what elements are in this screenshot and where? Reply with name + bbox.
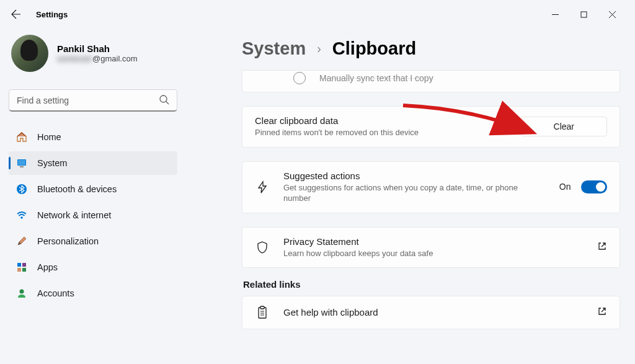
sidebar-item-system[interactable]: System <box>9 151 177 175</box>
accounts-icon <box>16 288 27 299</box>
svg-point-4 <box>160 95 167 102</box>
sync-option-card: Manually sync text that I copy <box>242 70 620 92</box>
bluetooth-icon <box>16 184 27 195</box>
lightning-icon <box>255 180 270 195</box>
clear-button[interactable]: Clear <box>521 117 607 136</box>
clipboard-icon <box>255 305 270 320</box>
sidebar-item-label: Apps <box>37 262 58 272</box>
svg-rect-14 <box>22 268 26 272</box>
maximize-button[interactable] <box>569 5 598 24</box>
svg-rect-7 <box>18 160 25 165</box>
card-title: Privacy Statement <box>283 236 584 247</box>
svg-line-5 <box>166 102 169 105</box>
minimize-button[interactable] <box>541 5 569 24</box>
toggle-switch[interactable] <box>581 180 607 193</box>
svg-point-10 <box>20 216 23 219</box>
brush-icon <box>16 236 27 247</box>
sidebar-item-network[interactable]: Network & internet <box>9 203 177 227</box>
get-help-card[interactable]: Get help with clipboard <box>242 296 620 329</box>
shield-icon <box>255 240 270 255</box>
search-icon <box>159 94 170 108</box>
sidebar-item-label: Personalization <box>37 236 99 246</box>
external-link-icon[interactable] <box>597 241 607 254</box>
related-links-heading: Related links <box>243 279 620 290</box>
chevron-right-icon: › <box>317 42 321 56</box>
radio-button[interactable] <box>293 72 306 84</box>
sidebar-item-label: Bluetooth & devices <box>37 184 117 194</box>
svg-rect-8 <box>20 166 24 167</box>
profile[interactable]: Pankil Shah someuser@gmail.com <box>9 35 177 72</box>
sidebar-item-label: Accounts <box>37 288 74 298</box>
card-title: Get help with clipboard <box>283 307 584 317</box>
sidebar-item-home[interactable]: Home <box>9 125 177 149</box>
clear-clipboard-card: Clear clipboard data Pinned items won't … <box>242 106 620 148</box>
profile-email: someuser@gmail.com <box>57 54 138 63</box>
card-title: Suggested actions <box>283 171 546 181</box>
svg-point-15 <box>20 290 24 294</box>
breadcrumb-current: Clipboard <box>332 38 416 59</box>
window-title: Settings <box>36 10 68 19</box>
breadcrumb: System › Clipboard <box>242 38 620 59</box>
card-title: Clear clipboard data <box>255 115 507 126</box>
sidebar-item-personalization[interactable]: Personalization <box>9 229 177 253</box>
privacy-statement-card[interactable]: Privacy Statement Learn how clipboard ke… <box>242 227 620 269</box>
sidebar-item-label: Home <box>37 132 61 142</box>
sidebar-item-bluetooth[interactable]: Bluetooth & devices <box>9 177 177 201</box>
apps-icon <box>16 262 27 273</box>
card-desc: Get suggestions for actions when you cop… <box>283 182 546 204</box>
search-input[interactable] <box>9 89 177 112</box>
close-button[interactable] <box>598 5 626 24</box>
back-button[interactable] <box>9 7 24 22</box>
sidebar-item-label: Network & internet <box>37 210 111 220</box>
svg-rect-11 <box>17 263 21 267</box>
system-icon <box>16 158 27 169</box>
profile-name: Pankil Shah <box>57 43 138 54</box>
svg-rect-13 <box>17 268 21 272</box>
toggle-state-label: On <box>559 182 571 192</box>
external-link-icon[interactable] <box>597 306 607 319</box>
home-icon <box>16 131 27 143</box>
svg-rect-1 <box>581 12 587 17</box>
svg-rect-12 <box>22 263 26 267</box>
svg-rect-17 <box>260 306 264 309</box>
card-desc: Pinned items won't be removed on this de… <box>255 127 507 138</box>
card-desc: Learn how clipboard keeps your data safe <box>283 248 584 259</box>
sidebar-item-accounts[interactable]: Accounts <box>9 282 177 305</box>
wifi-icon <box>16 210 27 221</box>
breadcrumb-parent[interactable]: System <box>242 38 306 59</box>
sidebar-item-apps[interactable]: Apps <box>9 255 177 279</box>
sidebar-item-label: System <box>37 158 67 168</box>
avatar <box>11 35 48 72</box>
suggested-actions-card: Suggested actions Get suggestions for ac… <box>242 161 620 213</box>
